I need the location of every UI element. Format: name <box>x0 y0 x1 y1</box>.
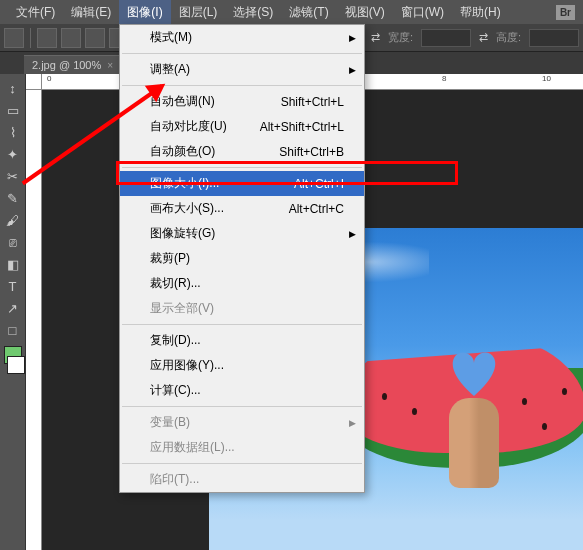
ruler-tick: 0 <box>47 74 51 83</box>
separator <box>122 406 362 407</box>
separator <box>122 463 362 464</box>
menubar: 文件(F) 编辑(E) 图像(I) 图层(L) 选择(S) 滤镜(T) 视图(V… <box>0 0 583 24</box>
menu-image[interactable]: 图像(I) <box>119 0 170 25</box>
crop-option-3[interactable] <box>85 28 105 48</box>
crop-option-1[interactable] <box>37 28 57 48</box>
bridge-button[interactable]: Br <box>556 5 575 20</box>
menu-apply-dataset: 应用数据组(L)... <box>120 435 364 460</box>
menu-auto-tone[interactable]: 自动色调(N)Shift+Ctrl+L <box>120 89 364 114</box>
menu-layer[interactable]: 图层(L) <box>171 0 226 25</box>
brush-tool[interactable]: 🖌 <box>2 210 24 230</box>
menu-edit[interactable]: 编辑(E) <box>63 0 119 25</box>
menu-select[interactable]: 选择(S) <box>225 0 281 25</box>
menu-crop[interactable]: 裁剪(P) <box>120 246 364 271</box>
ruler-vertical <box>26 90 42 550</box>
ruler-tick: 10 <box>542 74 551 83</box>
height-input[interactable] <box>529 29 579 47</box>
menu-file[interactable]: 文件(F) <box>8 0 63 25</box>
tool-panel: ↕ ▭ ⌇ ✦ ✂ ✎ 🖌 ⎚ ◧ T ↗ □ <box>0 74 26 550</box>
crop-tool[interactable]: ✂ <box>2 166 24 186</box>
tab-close-icon[interactable]: × <box>107 60 113 71</box>
image-menu-dropdown: 模式(M)▶ 调整(A)▶ 自动色调(N)Shift+Ctrl+L 自动对比度(… <box>119 24 365 493</box>
separator <box>122 85 362 86</box>
menu-auto-color[interactable]: 自动颜色(O)Shift+Ctrl+B <box>120 139 364 164</box>
menu-duplicate[interactable]: 复制(D)... <box>120 328 364 353</box>
menu-filter[interactable]: 滤镜(T) <box>281 0 336 25</box>
menu-trap: 陷印(T)... <box>120 467 364 492</box>
menu-trim[interactable]: 裁切(R)... <box>120 271 364 296</box>
ruler-corner <box>26 74 42 90</box>
crop-option-2[interactable] <box>61 28 81 48</box>
marquee-tool[interactable]: ▭ <box>2 100 24 120</box>
eyedropper-tool[interactable]: ✎ <box>2 188 24 208</box>
width-label: 宽度: <box>388 30 413 45</box>
type-tool[interactable]: T <box>2 276 24 296</box>
swap-icon-2[interactable]: ⇄ <box>479 31 488 44</box>
menu-help[interactable]: 帮助(H) <box>452 0 509 25</box>
path-tool[interactable]: ↗ <box>2 298 24 318</box>
tab-title: 2.jpg @ 100% <box>32 59 101 71</box>
menu-variables: 变量(B)▶ <box>120 410 364 435</box>
menu-image-rotation[interactable]: 图像旋转(G)▶ <box>120 221 364 246</box>
height-label: 高度: <box>496 30 521 45</box>
eraser-tool[interactable]: ◧ <box>2 254 24 274</box>
move-tool[interactable]: ↕ <box>2 78 24 98</box>
lasso-tool[interactable]: ⌇ <box>2 122 24 142</box>
menu-canvas-size[interactable]: 画布大小(S)...Alt+Ctrl+C <box>120 196 364 221</box>
separator <box>122 167 362 168</box>
menu-reveal-all: 显示全部(V) <box>120 296 364 321</box>
separator <box>122 324 362 325</box>
ruler-tick: 8 <box>442 74 446 83</box>
background-color[interactable] <box>7 356 25 374</box>
menu-apply-image[interactable]: 应用图像(Y)... <box>120 353 364 378</box>
shape-tool[interactable]: □ <box>2 320 24 340</box>
menu-window[interactable]: 窗口(W) <box>393 0 452 25</box>
document-tab[interactable]: 2.jpg @ 100% × <box>24 55 121 74</box>
wand-tool[interactable]: ✦ <box>2 144 24 164</box>
separator <box>30 28 31 48</box>
tool-preset-icon[interactable] <box>4 28 24 48</box>
menu-adjustments[interactable]: 调整(A)▶ <box>120 57 364 82</box>
width-input[interactable] <box>421 29 471 47</box>
menu-calculations[interactable]: 计算(C)... <box>120 378 364 403</box>
swap-icon[interactable]: ⇄ <box>371 31 380 44</box>
separator <box>122 53 362 54</box>
stamp-tool[interactable]: ⎚ <box>2 232 24 252</box>
menu-auto-contrast[interactable]: 自动对比度(U)Alt+Shift+Ctrl+L <box>120 114 364 139</box>
menu-mode[interactable]: 模式(M)▶ <box>120 25 364 50</box>
menu-view[interactable]: 视图(V) <box>337 0 393 25</box>
menu-image-size[interactable]: 图像大小(I)...Alt+Ctrl+I <box>120 171 364 196</box>
